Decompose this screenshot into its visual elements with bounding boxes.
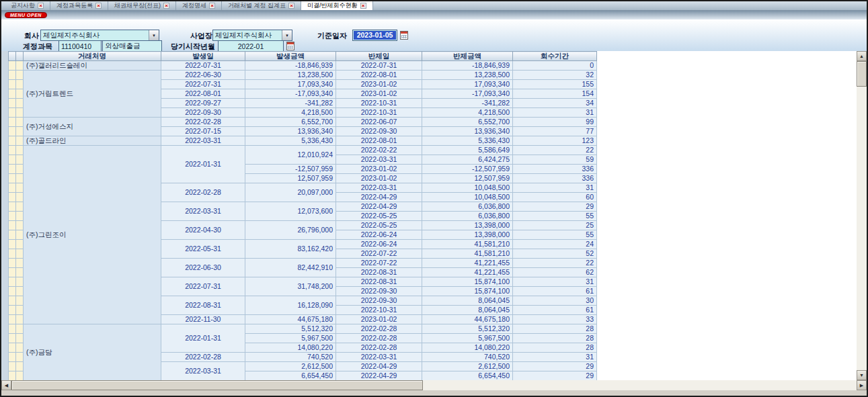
row-indicator[interactable] — [9, 80, 16, 89]
cell-onset-date[interactable]: 2022-01-31 — [161, 146, 245, 183]
vertical-scrollbar[interactable]: ▲ ▼ — [857, 51, 867, 380]
cell-collect-days[interactable]: 25 — [513, 221, 597, 230]
row-indicator[interactable] — [16, 61, 24, 71]
cell-settle-amount[interactable]: 13,936,340 — [422, 127, 513, 136]
row-indicator[interactable] — [9, 155, 16, 165]
calendar-icon[interactable] — [400, 31, 408, 40]
period-input[interactable] — [218, 40, 284, 52]
row-indicator[interactable] — [16, 296, 24, 306]
cell-collect-days[interactable]: 31 — [513, 277, 597, 287]
row-indicator[interactable] — [9, 306, 16, 315]
cell-collect-days[interactable]: 28 — [513, 324, 597, 334]
cell-settle-date[interactable]: 2023-01-02 — [336, 80, 422, 89]
row-indicator[interactable] — [9, 174, 16, 183]
cell-collect-days[interactable]: 33 — [513, 315, 597, 324]
cell-customer[interactable]: (주)갤러리드슬레이 — [24, 61, 161, 71]
row-indicator[interactable] — [16, 221, 24, 230]
cell-settle-amount[interactable]: 6,036,800 — [422, 212, 513, 221]
cell-collect-days[interactable]: 52 — [513, 249, 597, 259]
row-indicator[interactable] — [9, 127, 16, 136]
cell-settle-amount[interactable]: 17,093,340 — [422, 80, 513, 89]
cell-collect-days[interactable]: 61 — [513, 306, 597, 315]
cell-collect-days[interactable]: 336 — [513, 174, 597, 183]
cell-onset-amount[interactable]: 83,162,420 — [245, 240, 336, 259]
cell-collect-days[interactable]: 31 — [513, 353, 597, 362]
row-indicator[interactable] — [9, 240, 16, 249]
cell-collect-days[interactable]: 155 — [513, 80, 597, 89]
cell-collect-days[interactable]: 55 — [513, 212, 597, 221]
cell-settle-date[interactable]: 2023-01-02 — [336, 315, 422, 324]
cell-onset-date[interactable]: 2022-07-15 — [161, 127, 245, 136]
row-indicator[interactable] — [9, 118, 16, 127]
tab-1[interactable]: 공지사항× — [5, 1, 50, 10]
tab-4[interactable]: 계정명세× — [176, 1, 222, 10]
cell-settle-date[interactable]: 2022-08-31 — [336, 268, 422, 277]
cell-onset-amount[interactable]: -341,282 — [245, 99, 336, 108]
tab-close-icon[interactable]: × — [209, 3, 215, 9]
grid-header-onset-date[interactable]: 발생일 — [161, 52, 245, 61]
cell-onset-amount[interactable]: 16,128,090 — [245, 296, 336, 315]
row-indicator[interactable] — [16, 165, 24, 174]
cell-onset-date[interactable]: 2022-09-27 — [161, 99, 245, 108]
row-indicator[interactable] — [9, 99, 16, 108]
cell-onset-date[interactable]: 2022-11-30 — [161, 315, 245, 324]
cell-settle-date[interactable]: 2022-04-29 — [336, 371, 422, 381]
cell-settle-amount[interactable]: 5,967,500 — [422, 334, 513, 343]
tab-close-icon[interactable]: × — [288, 3, 294, 9]
row-indicator[interactable] — [16, 183, 24, 193]
cell-settle-amount[interactable]: 44,675,180 — [422, 315, 513, 324]
cell-onset-date[interactable]: 2022-07-31 — [161, 277, 245, 296]
cell-onset-amount[interactable]: 740,520 — [245, 353, 336, 362]
cell-onset-date[interactable]: 2022-06-30 — [161, 71, 245, 80]
row-indicator[interactable] — [16, 371, 24, 381]
cell-collect-days[interactable]: 62 — [513, 268, 597, 277]
cell-onset-amount[interactable]: -18,846,939 — [245, 61, 336, 71]
cell-collect-days[interactable]: 22 — [513, 259, 597, 268]
cell-onset-amount[interactable]: 13,936,340 — [245, 127, 336, 136]
cell-onset-amount[interactable]: 26,796,000 — [245, 221, 336, 240]
cell-settle-amount[interactable]: -12,507,959 — [422, 165, 513, 174]
cell-settle-date[interactable]: 2022-08-01 — [336, 136, 422, 146]
row-indicator[interactable] — [16, 230, 24, 240]
site-dropdown-icon[interactable]: ▼ — [282, 30, 292, 40]
company-select[interactable]: 제일제지주식회사 ▼ — [40, 30, 159, 41]
cell-settle-amount[interactable]: 4,218,500 — [422, 108, 513, 118]
cell-settle-amount[interactable]: 13,398,000 — [422, 221, 513, 230]
cell-onset-amount[interactable]: 5,512,320 — [245, 324, 336, 334]
cell-collect-days[interactable]: 77 — [513, 127, 597, 136]
cell-customer[interactable]: (주)거림트렌드 — [24, 71, 161, 118]
row-indicator[interactable] — [9, 353, 16, 362]
cell-settle-date[interactable]: 2022-09-30 — [336, 287, 422, 296]
tab-close-icon[interactable]: × — [163, 3, 169, 9]
cell-settle-amount[interactable]: 10,048,500 — [422, 183, 513, 193]
row-indicator[interactable] — [9, 202, 16, 212]
cell-onset-date[interactable]: 2022-02-28 — [161, 118, 245, 127]
cell-onset-date[interactable]: 2022-08-31 — [161, 296, 245, 315]
row-indicator[interactable] — [16, 334, 24, 343]
cell-settle-amount[interactable]: 6,424,275 — [422, 155, 513, 165]
cell-collect-days[interactable]: 123 — [513, 136, 597, 146]
grid-header-onset-amount[interactable]: 발생금액 — [245, 52, 336, 61]
row-indicator[interactable] — [9, 165, 16, 174]
cell-customer[interactable]: (주)그린조이 — [24, 146, 161, 324]
cell-onset-date[interactable]: 2022-01-31 — [161, 324, 245, 353]
row-indicator[interactable] — [16, 268, 24, 277]
cell-settle-date[interactable]: 2022-08-31 — [336, 277, 422, 287]
row-indicator[interactable] — [9, 259, 16, 268]
row-indicator[interactable] — [16, 353, 24, 362]
row-indicator[interactable] — [16, 259, 24, 268]
row-indicator[interactable] — [9, 343, 16, 353]
company-dropdown-icon[interactable]: ▼ — [149, 30, 159, 40]
row-indicator[interactable] — [9, 268, 16, 277]
cell-settle-date[interactable]: 2022-02-28 — [336, 334, 422, 343]
row-indicator[interactable] — [16, 287, 24, 296]
row-indicator[interactable] — [9, 61, 16, 71]
cell-onset-amount[interactable]: 82,442,910 — [245, 259, 336, 277]
cell-collect-days[interactable]: 28 — [513, 343, 597, 353]
tab-2[interactable]: 계정과목등록× — [50, 1, 108, 10]
row-indicator[interactable] — [16, 306, 24, 315]
cell-onset-amount[interactable]: 31,748,200 — [245, 277, 336, 296]
cell-settle-date[interactable]: 2022-10-31 — [336, 108, 422, 118]
cell-onset-amount[interactable]: 17,093,340 — [245, 80, 336, 89]
cell-collect-days[interactable]: 55 — [513, 230, 597, 240]
